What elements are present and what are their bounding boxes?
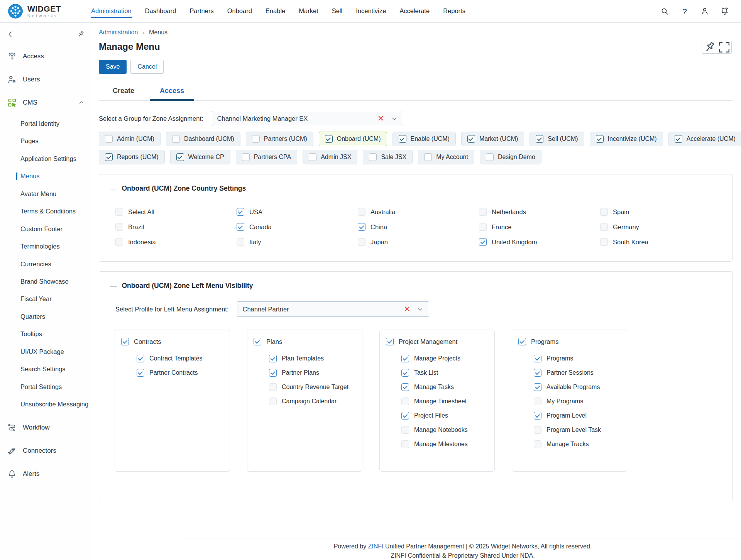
country-option-spain[interactable]: Spain	[600, 208, 721, 216]
zone-chip-market-ucm[interactable]: Market (UCM)	[461, 132, 524, 146]
sidebar-item-access[interactable]: Access	[0, 45, 92, 68]
clear-selection-icon[interactable]: ✕	[377, 115, 384, 123]
checkbox[interactable]	[534, 355, 541, 362]
country-option-usa[interactable]: USA	[237, 208, 358, 216]
sidebar-item-workflow[interactable]: Workflow	[0, 416, 92, 439]
checkbox[interactable]	[386, 338, 394, 345]
checkbox[interactable]	[600, 238, 608, 246]
menu-item-country-revenue-target[interactable]: Country Revenue Target	[269, 383, 356, 391]
chevron-down-icon[interactable]	[391, 115, 398, 122]
breadcrumb-link-administration[interactable]: Administration	[99, 29, 138, 36]
sidebar-subitem-fiscal-year[interactable]: Fiscal Year	[0, 290, 92, 308]
pin-sidebar-icon[interactable]	[75, 29, 87, 41]
checkbox[interactable]	[401, 426, 409, 434]
checkbox[interactable]	[401, 398, 409, 405]
checkbox[interactable]	[252, 135, 260, 143]
country-option-netherlands[interactable]: Netherlands	[479, 208, 600, 216]
menu-item-contract-templates[interactable]: Contract Templates	[137, 355, 223, 362]
country-option-indonesia[interactable]: Indonesia	[115, 238, 237, 246]
checkbox[interactable]	[596, 135, 604, 143]
checkbox[interactable]	[600, 208, 608, 216]
collapse-sidebar-icon[interactable]	[6, 30, 15, 39]
menu-group-toggle-contracts[interactable]: Contracts	[121, 338, 223, 345]
checkbox[interactable]	[237, 208, 244, 216]
country-option-japan[interactable]: Japan	[358, 238, 479, 246]
pin-page-button[interactable]	[702, 41, 717, 53]
checkbox[interactable]	[115, 223, 123, 231]
country-option-united-kingdom[interactable]: United Kingdom	[479, 238, 600, 246]
zone-chip-enable-ucm[interactable]: Enable (UCM)	[392, 132, 456, 146]
checkbox[interactable]	[115, 208, 123, 216]
zone-chip-reports-ucm[interactable]: Reports (UCM)	[99, 150, 165, 164]
zone-chip-partners-ucm[interactable]: Partners (UCM)	[246, 132, 313, 146]
checkbox[interactable]	[401, 355, 409, 362]
menu-group-toggle-programs[interactable]: Programs	[518, 338, 621, 345]
menu-group-toggle-project-management[interactable]: Project Management	[386, 338, 488, 345]
menu-item-program-level[interactable]: Program Level	[534, 412, 621, 420]
notifications-icon[interactable]	[720, 7, 729, 16]
checkbox[interactable]	[479, 223, 487, 231]
tab-create[interactable]: Create	[103, 82, 144, 100]
checkbox[interactable]	[172, 135, 180, 143]
zone-chip-design-demo[interactable]: Design Demo	[480, 150, 541, 164]
country-option-select-all[interactable]: Select All	[115, 208, 237, 216]
menu-item-manage-timesheet[interactable]: Manage Timesheet	[401, 398, 488, 405]
profile-select[interactable]: Channel Partner ✕	[237, 301, 429, 317]
sidebar-subitem-portal-settings[interactable]: Portal Settings	[0, 378, 92, 396]
group-select[interactable]: Channel Marketing Manager EX ✕	[212, 111, 403, 126]
menu-item-my-programs[interactable]: My Programs	[534, 398, 621, 405]
country-option-australia[interactable]: Australia	[358, 208, 479, 216]
checkbox[interactable]	[479, 238, 487, 246]
sidebar-subitem-quarters[interactable]: Quarters	[0, 308, 92, 325]
checkbox[interactable]	[401, 412, 409, 420]
sidebar-subitem-ui-ux-package[interactable]: UI/UX Package	[0, 343, 92, 360]
sidebar-subitem-search-settings[interactable]: Search Settings	[0, 360, 92, 378]
checkbox[interactable]	[269, 369, 277, 377]
zone-chip-onboard-ucm[interactable]: Onboard (UCM)	[319, 132, 387, 146]
clear-selection-icon[interactable]: ✕	[404, 305, 411, 313]
menu-item-plan-templates[interactable]: Plan Templates	[269, 355, 356, 362]
country-option-germany[interactable]: Germany	[600, 223, 721, 231]
menu-item-program-level-task[interactable]: Program Level Task	[534, 426, 621, 434]
chevron-up-icon[interactable]	[78, 99, 85, 106]
zone-chip-accelerate-ucm[interactable]: Accelerate (UCM)	[668, 132, 741, 146]
checkbox[interactable]	[269, 398, 277, 405]
save-button[interactable]: Save	[99, 60, 127, 74]
sidebar-item-users[interactable]: Users	[0, 68, 92, 91]
checkbox[interactable]	[105, 153, 113, 161]
zone-chip-welcome-cp[interactable]: Welcome CP	[170, 150, 230, 164]
checkbox[interactable]	[424, 153, 432, 161]
checkbox[interactable]	[358, 223, 365, 231]
sidebar-subitem-terms-conditions[interactable]: Terms & Conditions	[0, 203, 92, 220]
tab-access[interactable]: Access	[150, 82, 194, 100]
checkbox[interactable]	[121, 338, 129, 345]
search-icon[interactable]	[660, 7, 669, 16]
topnav-item-accelerate[interactable]: Accelerate	[399, 5, 430, 18]
checkbox[interactable]	[479, 208, 487, 216]
checkbox[interactable]	[534, 440, 541, 448]
topnav-item-incentivize[interactable]: Incentivize	[355, 5, 386, 18]
footer-zinfi-link[interactable]: ZINFI	[368, 543, 384, 550]
country-option-italy[interactable]: Italy	[237, 238, 358, 246]
menu-item-programs[interactable]: Programs	[534, 355, 621, 362]
sidebar-subitem-brand-showcase[interactable]: Brand Showcase	[0, 273, 92, 290]
checkbox[interactable]	[486, 153, 494, 161]
menu-item-manage-tracks[interactable]: Manage Tracks	[534, 440, 621, 448]
checkbox[interactable]	[534, 398, 541, 405]
checkbox[interactable]	[401, 369, 409, 377]
checkbox[interactable]	[269, 383, 277, 391]
topnav-item-sell[interactable]: Sell	[332, 5, 343, 18]
zone-chip-dashboard-ucm[interactable]: Dashboard (UCM)	[166, 132, 240, 146]
checkbox[interactable]	[115, 238, 123, 246]
checkbox[interactable]	[675, 135, 682, 143]
sidebar-subitem-tooltips[interactable]: Tooltips	[0, 325, 92, 343]
topnav-item-dashboard[interactable]: Dashboard	[145, 5, 177, 18]
checkbox[interactable]	[242, 153, 250, 161]
checkbox[interactable]	[518, 338, 526, 345]
sidebar-subitem-terminologies[interactable]: Terminologies	[0, 238, 92, 255]
topnav-item-enable[interactable]: Enable	[265, 5, 286, 18]
checkbox[interactable]	[600, 223, 608, 231]
checkbox[interactable]	[176, 153, 184, 161]
checkbox[interactable]	[534, 412, 541, 420]
topnav-item-reports[interactable]: Reports	[443, 5, 466, 18]
